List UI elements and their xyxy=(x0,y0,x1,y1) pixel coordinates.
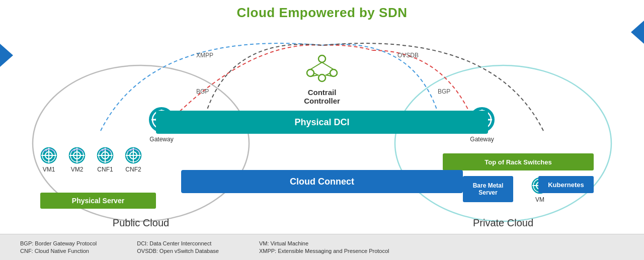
vm1-label: VM1 xyxy=(43,166,55,173)
vm-cnf-row: VM1 VM2 xyxy=(39,146,143,173)
private-cloud-label: Private Cloud xyxy=(392,217,614,229)
physical-server-bar: Physical Server xyxy=(40,193,156,209)
footer-dci: DCI: Data Center Interconnect xyxy=(137,240,219,246)
vm2-item: VM2 xyxy=(67,146,87,173)
footer-bgp: BGP: Border Gateway Protocol xyxy=(20,240,97,246)
kubernetes-bar: Kubernetes xyxy=(538,176,594,193)
public-cloud-label: Public Cloud xyxy=(30,217,252,229)
ovsdb-label: OVSDB xyxy=(397,52,419,59)
contrail-label: Contrail Controller xyxy=(277,88,367,105)
svg-line-7 xyxy=(322,62,334,69)
contrail-controller: Contrail Controller xyxy=(277,53,367,105)
gateway-right-label: Gateway xyxy=(468,136,496,143)
cnf1-label: CNF1 xyxy=(97,166,113,173)
bgp-left-label: BGP xyxy=(196,88,209,95)
footer-legend: BGP: Border Gateway Protocol CNF: Cloud … xyxy=(0,234,644,260)
cnf2-label: CNF2 xyxy=(125,166,141,173)
cloud-connect-label: Cloud Connect xyxy=(290,177,354,187)
tor-switches-label: Top of Rack Switches xyxy=(485,158,551,166)
footer-xmpp: XMPP: Extensible Messaging and Presence … xyxy=(259,248,389,254)
svg-point-2 xyxy=(318,55,326,62)
gateway-left-label: Gateway xyxy=(147,136,176,143)
bare-metal-bar: Bare Metal Server xyxy=(463,176,513,202)
footer-col3: VM: Virtual Machine XMPP: Extensible Mes… xyxy=(259,240,389,254)
dci-label: Physical DCI xyxy=(294,117,349,128)
dci-bar: Physical DCI xyxy=(156,111,488,134)
bare-metal-label: Bare Metal Server xyxy=(463,182,513,196)
page-title: Cloud Empowered by SDN xyxy=(0,0,644,21)
footer-col2: DCI: Data Center Interconnect OVSDB: Ope… xyxy=(137,240,219,254)
bgp-right-label: BGP xyxy=(438,88,450,95)
vm-private-label: VM xyxy=(535,196,544,203)
svg-point-5 xyxy=(318,74,326,81)
cnf1-item: CNF1 xyxy=(96,146,115,173)
physical-server-label: Physical Server xyxy=(72,197,124,205)
xmpp-label: XMPP xyxy=(196,52,213,59)
svg-point-4 xyxy=(330,69,337,76)
svg-point-3 xyxy=(307,69,314,76)
footer-col1: BGP: Border Gateway Protocol CNF: Cloud … xyxy=(20,240,97,254)
cloud-connect-bar: Cloud Connect xyxy=(181,170,463,193)
diagram: { "title": "Cloud Empowered by SDN", "co… xyxy=(0,0,644,260)
vm2-label: VM2 xyxy=(71,166,84,173)
kubernetes-label: Kubernetes xyxy=(548,181,584,189)
footer-ovsdb: OVSDB: Open vSwitch Database xyxy=(137,248,219,254)
vm1-item: VM1 xyxy=(39,146,58,173)
footer-vm: VM: Virtual Machine xyxy=(259,240,389,246)
tor-switches-bar: Top of Rack Switches xyxy=(443,153,594,170)
cnf2-item: CNF2 xyxy=(124,146,143,173)
cloud-connect-left-arrow xyxy=(0,21,644,44)
svg-line-6 xyxy=(310,62,322,69)
footer-cnf: CNF: Cloud Native Function xyxy=(20,248,97,254)
